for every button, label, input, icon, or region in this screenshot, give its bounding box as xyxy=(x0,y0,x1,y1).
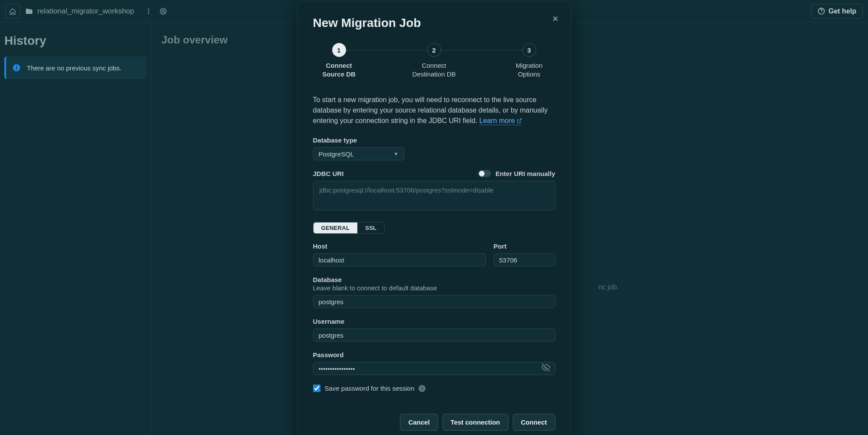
new-migration-modal: New Migration Job 1 Connect Source DB 2 … xyxy=(297,1,571,435)
database-group: Database Leave blank to connect to defau… xyxy=(313,276,555,308)
eye-off-icon xyxy=(541,363,550,372)
jdbc-uri-textarea[interactable] xyxy=(313,181,555,210)
step-num: 1 xyxy=(332,43,346,57)
connection-tabs: GENERAL SSL xyxy=(313,222,385,234)
username-label: Username xyxy=(313,318,555,325)
chevron-down-icon: ▼ xyxy=(394,151,399,156)
step-num: 3 xyxy=(522,43,536,57)
modal-intro: To start a new migration job, you will n… xyxy=(313,95,555,126)
jdbc-group: JDBC URI Enter URI manually xyxy=(313,170,555,213)
manual-uri-label: Enter URI manually xyxy=(495,170,555,177)
save-password-checkbox[interactable] xyxy=(313,385,320,392)
close-icon xyxy=(552,15,559,22)
tab-ssl[interactable]: SSL xyxy=(357,222,384,233)
step-num: 2 xyxy=(427,43,441,57)
step-label: Migration Options xyxy=(516,61,543,78)
database-hint: Leave blank to connect to default databa… xyxy=(313,284,555,292)
database-label: Database xyxy=(313,276,555,283)
modal-backdrop: New Migration Job 1 Connect Source DB 2 … xyxy=(0,0,868,435)
username-input[interactable] xyxy=(313,329,555,342)
svg-line-11 xyxy=(519,119,521,122)
modal-actions: Cancel Test connection Connect xyxy=(313,414,555,431)
host-label: Host xyxy=(313,242,486,250)
port-label: Port xyxy=(494,242,555,250)
stepper: 1 Connect Source DB 2 Connect Destinatio… xyxy=(313,43,555,78)
manual-uri-toggle[interactable] xyxy=(478,170,491,177)
step-1: 1 Connect Source DB xyxy=(313,43,365,78)
save-password-label: Save password for this session xyxy=(325,385,415,392)
password-label: Password xyxy=(313,351,555,359)
host-input[interactable] xyxy=(313,253,486,266)
database-input[interactable] xyxy=(313,295,555,308)
host-port-row: Host Port xyxy=(313,242,555,266)
port-input[interactable] xyxy=(494,253,555,266)
info-icon[interactable]: i xyxy=(419,385,426,392)
password-group: Password xyxy=(313,351,555,375)
connect-button[interactable]: Connect xyxy=(513,414,555,431)
db-type-value: PostgreSQL xyxy=(319,150,354,158)
cancel-button[interactable]: Cancel xyxy=(400,414,438,431)
username-group: Username xyxy=(313,318,555,342)
password-input[interactable] xyxy=(313,362,555,375)
modal-close-button[interactable] xyxy=(552,14,559,24)
jdbc-label: JDBC URI xyxy=(313,170,344,177)
step-3: 3 Migration Options xyxy=(503,43,555,78)
save-password-row: Save password for this session i xyxy=(313,385,555,392)
db-type-group: Database type PostgreSQL ▼ xyxy=(313,136,555,160)
db-type-select[interactable]: PostgreSQL ▼ xyxy=(313,147,404,160)
db-type-label: Database type xyxy=(313,136,555,144)
step-label: Connect Source DB xyxy=(322,61,356,78)
toggle-password-visibility[interactable] xyxy=(541,363,550,374)
step-2: 2 Connect Destination DB xyxy=(408,43,460,78)
step-label: Connect Destination DB xyxy=(412,61,455,78)
modal-title: New Migration Job xyxy=(313,16,555,30)
test-connection-button[interactable]: Test connection xyxy=(442,414,508,431)
tab-general[interactable]: GENERAL xyxy=(314,222,358,233)
external-link-icon xyxy=(517,118,522,123)
learn-more-link[interactable]: Learn more xyxy=(479,117,522,125)
